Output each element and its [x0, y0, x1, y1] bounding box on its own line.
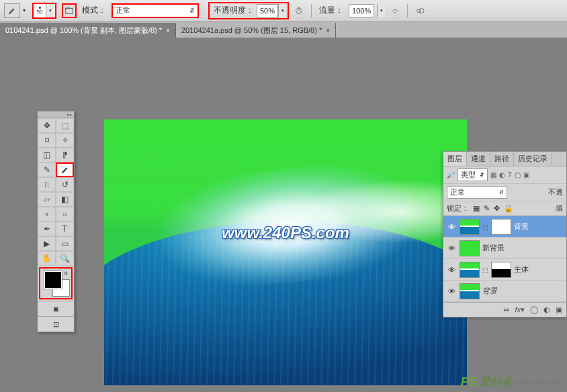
screen-mode-toggle[interactable]: ⊡: [38, 317, 74, 332]
canvas[interactable]: www.240PS.com: [104, 119, 467, 385]
link-icon[interactable]: ⬚: [482, 224, 488, 230]
lock-all-icon[interactable]: 🔒: [504, 204, 513, 213]
separator: [407, 4, 408, 17]
filter-smart-icon[interactable]: ▣: [523, 171, 529, 179]
tab-paths[interactable]: 路径: [490, 152, 514, 166]
opacity-group: 不透明度： 50% ▾: [208, 2, 289, 19]
layer-item[interactable]: 👁 背景: [443, 281, 566, 302]
layer-item[interactable]: 👁 新背景: [443, 238, 566, 259]
brush-icon: [7, 6, 17, 15]
group-icon[interactable]: ▣: [556, 305, 562, 314]
filter-shape-icon[interactable]: ▢: [515, 171, 521, 179]
pressure-opacity-icon[interactable]: [292, 3, 306, 18]
folder-icon: [64, 6, 74, 15]
fx-icon[interactable]: fx▾: [515, 305, 525, 314]
canvas-watermark: www.240PS.com: [222, 224, 349, 242]
link-icon[interactable]: ⬚: [482, 266, 488, 273]
lock-trans-icon[interactable]: ▦: [473, 204, 480, 213]
marquee-tool[interactable]: ⬚: [56, 118, 74, 133]
tab-channels[interactable]: 通道: [467, 152, 490, 166]
crop-tool[interactable]: ◫: [38, 148, 56, 162]
tab-layers[interactable]: 图层: [443, 152, 467, 166]
visibility-icon[interactable]: 👁: [446, 223, 457, 231]
quick-mask-toggle[interactable]: ◙: [38, 301, 74, 316]
filter-kind-dropdown[interactable]: 类型⇵: [457, 168, 488, 181]
filter-adjust-icon[interactable]: ◐: [499, 171, 505, 179]
close-icon[interactable]: ×: [326, 27, 330, 34]
toolbox-header[interactable]: ▸▸: [38, 111, 74, 118]
shape-tool[interactable]: ▭: [56, 236, 74, 251]
page-watermark: PS 爱好者 www.psahz.com: [461, 375, 563, 389]
preset-arrow[interactable]: ▾: [23, 7, 26, 13]
blur-tool[interactable]: ∘: [38, 207, 56, 222]
watermark-text: 爱好者: [480, 375, 512, 389]
zoom-tool[interactable]: 🔍: [56, 251, 74, 266]
foreground-color[interactable]: [44, 271, 62, 289]
pen-tool[interactable]: ✒: [38, 222, 56, 236]
history-brush-tool[interactable]: ↺: [56, 177, 74, 192]
brush-preview-dot: 50: [35, 6, 44, 15]
visibility-icon[interactable]: 👁: [446, 266, 457, 274]
airbrush-icon[interactable]: [388, 3, 402, 18]
layer-thumb[interactable]: [460, 262, 480, 278]
stamp-tool[interactable]: ⎍: [38, 177, 56, 192]
link-layers-icon[interactable]: ⇔: [503, 305, 509, 314]
document-tab[interactable]: 0104241.psd @ 100% (背景 副本, 图层蒙版/8) * ×: [0, 23, 176, 38]
lasso-tool[interactable]: ⌑: [38, 133, 56, 148]
eyedropper-tool[interactable]: ⁋: [56, 148, 74, 162]
layer-thumb[interactable]: [460, 219, 480, 235]
flow-arrow[interactable]: ▾: [377, 4, 385, 17]
layer-filter-row: 🔎 类型⇵ ▦ ◐ T ▢ ▣: [443, 166, 566, 184]
watermark-url: www.psahz.com: [515, 379, 563, 386]
mask-icon[interactable]: ◯: [530, 305, 538, 314]
layer-name: 背景: [514, 222, 529, 232]
magic-wand-tool[interactable]: ✧: [56, 133, 74, 148]
path-select-tool[interactable]: ▶: [38, 236, 56, 251]
separator: [311, 4, 312, 17]
fill-label: 填: [556, 203, 563, 213]
filter-pixel-icon[interactable]: ▦: [490, 171, 496, 179]
chevron-updown-icon: ⇵: [189, 7, 195, 14]
healing-tool[interactable]: ✎: [38, 162, 56, 177]
layer-item[interactable]: 👁 ⬚ 主体: [443, 259, 566, 281]
panel-tabs: 图层 通道 路径 历史记录: [443, 152, 566, 166]
lock-pixel-icon[interactable]: ✎: [484, 204, 490, 213]
type-tool[interactable]: T: [56, 222, 74, 236]
layer-blend-dropdown[interactable]: 正常⇵: [447, 186, 507, 199]
opacity-input[interactable]: 50%: [257, 4, 278, 17]
layer-thumb[interactable]: [460, 283, 480, 299]
mode-label: 模式：: [79, 5, 109, 16]
mask-thumb[interactable]: [491, 219, 511, 235]
opacity-arrow[interactable]: ▾: [278, 4, 286, 17]
visibility-icon[interactable]: 👁: [446, 244, 457, 252]
dodge-tool[interactable]: ○: [56, 207, 74, 222]
opacity-short-label: 不透: [548, 187, 563, 197]
flow-input[interactable]: 100%: [349, 4, 374, 17]
close-icon[interactable]: ×: [166, 27, 170, 34]
adjustment-icon[interactable]: ◐: [543, 305, 550, 314]
lock-label: 锁定：: [447, 203, 469, 213]
move-tool[interactable]: ✥: [38, 118, 56, 133]
swap-colors-icon[interactable]: ⤭: [63, 270, 69, 277]
gradient-tool[interactable]: ◧: [56, 192, 74, 207]
color-swatches[interactable]: ⤭: [39, 267, 73, 299]
lock-pos-icon[interactable]: ✥: [494, 204, 500, 213]
eraser-tool[interactable]: ▱: [38, 192, 56, 207]
toolbox: ▸▸ ✥ ⬚ ⌑ ✧ ◫ ⁋ ✎ ⎍ ↺ ▱ ◧ ∘ ○ ✒ T ▶ ▭ ✋ 🔍…: [37, 111, 75, 332]
brush-preset-picker[interactable]: 50 ▾: [32, 3, 56, 19]
hand-tool[interactable]: ✋: [38, 251, 56, 266]
tab-history[interactable]: 历史记录: [514, 152, 552, 166]
blend-mode-dropdown[interactable]: 正常 ⇵: [112, 3, 199, 18]
brush-tool[interactable]: [56, 162, 74, 177]
tool-preset-picker[interactable]: [4, 3, 20, 18]
filter-icons: ▦ ◐ T ▢ ▣: [490, 171, 529, 179]
visibility-icon[interactable]: 👁: [446, 287, 457, 295]
brush-panel-toggle[interactable]: [62, 3, 77, 18]
filter-type-icon[interactable]: T: [508, 171, 512, 179]
document-tab[interactable]: 20104241a.psd @ 50% (图层 15, RGB/8) * ×: [176, 23, 336, 38]
layer-thumb[interactable]: [460, 240, 480, 256]
pressure-size-icon[interactable]: [412, 3, 427, 18]
chevron-down-icon[interactable]: ▾: [46, 4, 54, 17]
mask-thumb[interactable]: [491, 262, 511, 278]
layer-item[interactable]: 👁 ⬚ 背景: [443, 216, 566, 238]
